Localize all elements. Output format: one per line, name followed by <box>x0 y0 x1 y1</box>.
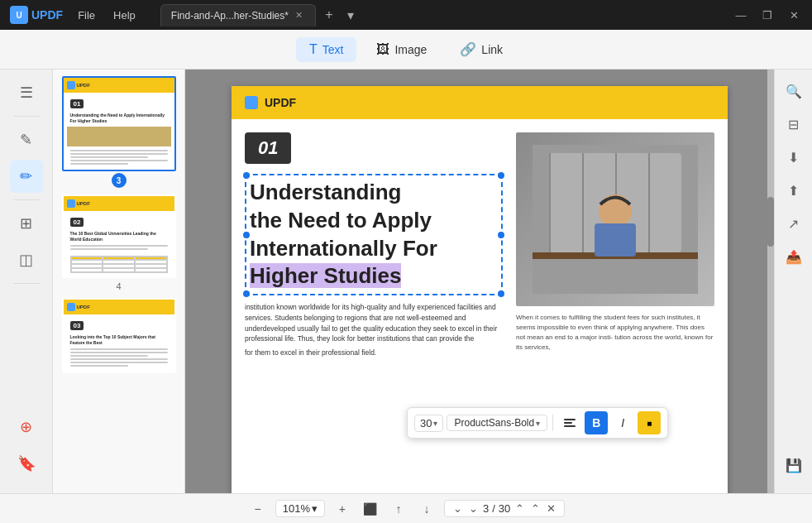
menu-bar: File Help <box>69 6 144 25</box>
sidebar-icon-stamp[interactable]: ◫ <box>10 243 43 276</box>
title-bar: U UPDF File Help Find-and-Ap...her-Studi… <box>0 0 812 30</box>
handle-mid-right[interactable] <box>498 232 504 238</box>
svg-rect-3 <box>582 153 584 252</box>
search-sidebar-icon[interactable]: 🔍 <box>779 76 809 106</box>
tab-chevron-icon[interactable]: ▾ <box>339 3 362 26</box>
text-selection-container[interactable]: Understandingthe Need to ApplyInternatio… <box>245 174 503 295</box>
app-name: UPDF <box>31 8 63 22</box>
handle-mid-left[interactable] <box>243 232 250 238</box>
zoom-dropdown-icon: ▾ <box>312 502 318 515</box>
page-content: 01 Understandingthe Need to ApplyInterna… <box>232 119 728 372</box>
handle-top-right[interactable] <box>498 172 504 179</box>
add-tab-btn[interactable]: + <box>319 5 339 25</box>
handle-top-left[interactable] <box>243 172 250 179</box>
sidebar-divider-1 <box>13 116 40 117</box>
zoom-display[interactable]: 101% ▾ <box>275 500 325 517</box>
link-btn-label: Link <box>481 43 503 56</box>
file-menu[interactable]: File <box>69 6 103 25</box>
page-num-4: 4 <box>116 281 121 291</box>
font-family-arrow-icon: ▾ <box>536 419 540 428</box>
scroll-down-btn[interactable]: ↓ <box>416 498 437 520</box>
format-toolbar: 30 ▾ ProductSans-Bold ▾ B I <box>407 407 668 439</box>
upload-sidebar-icon[interactable]: ⬆ <box>779 175 809 205</box>
main-area: ☰ ✎ ✏ ⊞ ◫ ⊕ 🔖 UPDF 01 Understanding the … <box>0 70 812 493</box>
list-icon <box>564 419 576 427</box>
italic-btn[interactable]: I <box>611 411 634 434</box>
thumbnail-page-3[interactable]: UPDF 01 Understanding the Need to Apply … <box>60 76 178 188</box>
sidebar-icon-organize[interactable]: ⊞ <box>10 207 43 240</box>
svg-rect-8 <box>595 223 636 257</box>
pdf-area[interactable]: UPDF 01 Understandi <box>185 70 774 493</box>
tab-close-btn[interactable]: ✕ <box>294 10 305 22</box>
page-right-column: When it comes to fulfilling the student … <box>516 132 714 358</box>
prev-page-btn-2[interactable]: ⌄ <box>467 502 480 515</box>
thumbnail-img-5: UPDF 03 Looking into the Top 10 Subject … <box>62 298 176 373</box>
right-sidebar: 🔍 ⊟ ⬇ ⬆ ↗ 📤 💾 <box>774 70 812 493</box>
page-header: UPDF <box>232 86 728 119</box>
download-sidebar-icon[interactable]: ⬇ <box>779 142 809 172</box>
sidebar-icon-layers[interactable]: ⊕ <box>10 410 43 444</box>
main-heading: Understandingthe Need to ApplyInternatio… <box>250 179 498 290</box>
sidebar-icon-bookmark[interactable]: 🔖 <box>10 447 43 480</box>
sidebar-icon-edit[interactable]: ✏ <box>10 160 43 193</box>
thumbnail-page-5[interactable]: UPDF 03 Looking into the Top 10 Subject … <box>60 298 178 373</box>
export-sidebar-icon[interactable]: 📤 <box>779 242 809 271</box>
page-navigation: ⌄ ⌄ 3 / 30 ⌃ ⌃ ✕ <box>444 500 565 517</box>
page-separator: / <box>492 502 495 515</box>
photo-overlay <box>516 132 714 306</box>
pages-sidebar-icon[interactable]: ⊟ <box>779 109 809 139</box>
thumbnail-page-4[interactable]: UPDF 02 The 10 Best Global Universities … <box>60 194 178 291</box>
bold-btn[interactable]: B <box>585 411 608 434</box>
svg-rect-2 <box>549 153 551 252</box>
current-page: 3 <box>483 502 489 515</box>
zoom-in-btn[interactable]: + <box>332 498 353 520</box>
page-badge-3: 3 <box>112 173 127 188</box>
thumbnail-img-4: UPDF 02 The 10 Best Global Universities … <box>62 194 176 278</box>
save-sidebar-icon[interactable]: 💾 <box>779 450 809 480</box>
maximize-btn[interactable]: ❐ <box>756 3 779 26</box>
font-size-value: 30 <box>420 417 432 429</box>
color-icon: ■ <box>647 419 652 428</box>
edit-toolbar: T Text 🖼 Image 🔗 Link <box>0 30 812 70</box>
fit-page-btn[interactable]: ⬛ <box>360 498 381 520</box>
sidebar-icon-comment[interactable]: ✎ <box>10 123 43 156</box>
prev-page-btn[interactable]: ⌄ <box>451 502 464 515</box>
font-family-control[interactable]: ProductSans-Bold ▾ <box>447 415 547 431</box>
sidebar-divider-3 <box>13 283 40 284</box>
close-nav-btn[interactable]: ✕ <box>545 502 557 515</box>
svg-rect-5 <box>648 153 650 252</box>
scroll-up-btn[interactable]: ↑ <box>388 498 409 520</box>
text-btn-label: Text <box>322 43 344 56</box>
close-btn[interactable]: ✕ <box>782 3 805 26</box>
zoom-level: 101% <box>283 502 310 515</box>
handle-bottom-left[interactable] <box>243 290 250 297</box>
help-menu[interactable]: Help <box>105 6 144 25</box>
thumbnail-panel: UPDF 01 Understanding the Need to Apply … <box>53 70 185 493</box>
scroll-track[interactable] <box>767 70 774 493</box>
image-tool-btn[interactable]: 🖼 Image <box>363 37 440 62</box>
color-picker-btn[interactable]: ■ <box>638 411 661 434</box>
sidebar-divider-2 <box>13 199 40 200</box>
sidebar-icon-document[interactable]: ☰ <box>10 76 43 109</box>
list-format-btn[interactable] <box>558 411 581 434</box>
tab-label: Find-and-Ap...her-Studies* <box>171 10 289 22</box>
share-sidebar-icon[interactable]: ↗ <box>779 209 809 238</box>
minimize-btn[interactable]: — <box>729 3 752 26</box>
link-tool-btn[interactable]: 🔗 Link <box>447 36 516 62</box>
caption-text: When it comes to fulfilling the student … <box>516 313 714 353</box>
window-controls: — ❐ ✕ <box>723 3 812 26</box>
header-logo-square <box>245 96 258 109</box>
scroll-thumb[interactable] <box>767 197 774 247</box>
zoom-out-btn[interactable]: − <box>247 498 269 520</box>
handle-bottom-right[interactable] <box>498 290 504 297</box>
header-brand: UPDF <box>265 96 296 109</box>
text-tool-btn[interactable]: T Text <box>296 37 356 62</box>
font-name-value: ProductSans-Bold <box>454 417 534 429</box>
next-page-btn-2[interactable]: ⌃ <box>529 502 542 515</box>
next-page-btn[interactable]: ⌃ <box>513 502 526 515</box>
font-size-control[interactable]: 30 ▾ <box>414 415 443 432</box>
italic-icon: I <box>621 416 624 429</box>
total-pages: 30 <box>499 502 510 515</box>
body-text-1: institution known worldwide for its high… <box>245 302 503 344</box>
document-tab[interactable]: Find-and-Ap...her-Studies* ✕ <box>160 4 316 26</box>
